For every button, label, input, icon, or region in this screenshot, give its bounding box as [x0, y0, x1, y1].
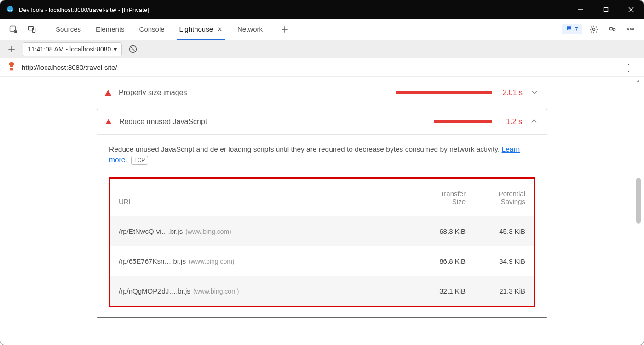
potential-savings: 34.9 KiB [474, 246, 534, 276]
app-icon [6, 5, 14, 15]
scrollbar[interactable]: ▴ [634, 77, 642, 345]
maximize-button[interactable] [593, 0, 618, 19]
clear-icon[interactable] [126, 42, 140, 57]
svg-point-10 [593, 28, 595, 30]
table-row[interactable]: /rp/65E767Ksn….br.js(www.bing.com) 86.8 … [110, 246, 534, 276]
lighthouse-icon [7, 61, 16, 74]
tab-label: Elements [96, 25, 125, 33]
svg-rect-21 [10, 67, 13, 68]
svg-point-11 [610, 27, 613, 30]
svg-rect-2 [604, 8, 608, 12]
tab-elements[interactable]: Elements [89, 19, 131, 40]
col-savings: PotentialSavings [474, 179, 534, 216]
svg-point-13 [627, 28, 629, 30]
savings-value: 2.01 s [500, 89, 523, 97]
caret-down-icon: ▾ [114, 45, 117, 53]
transfer-size: 68.3 KiB [414, 216, 474, 246]
potential-savings: 21.3 KiB [474, 276, 534, 306]
svg-point-0 [7, 6, 13, 12]
url-path: /rp/65E767Ksn….br.js [119, 257, 186, 265]
report-selector-label: 11:41:08 AM - localhost:8080 [28, 45, 111, 53]
more-icon[interactable] [622, 21, 639, 38]
audit-properly-size-images[interactable]: Properly size images 2.01 s [97, 80, 547, 105]
opportunity-table: URL TransferSize PotentialSavings /rp/Et… [110, 179, 534, 306]
issues-count-value: 7 [575, 26, 578, 33]
savings-bar [434, 120, 492, 123]
opportunity-table-highlight: URL TransferSize PotentialSavings /rp/Et… [109, 177, 535, 307]
add-tab-button[interactable] [276, 21, 293, 38]
feedback-icon[interactable] [604, 21, 621, 38]
potential-savings: 45.3 KiB [474, 216, 534, 246]
chat-icon [566, 25, 572, 33]
tab-label: Lighthouse [179, 25, 213, 33]
scroll-up-arrow[interactable]: ▴ [636, 78, 640, 82]
url-host: (www.bing.com) [185, 228, 231, 235]
report-urlbar: http://localhost:8080/travel-site/ ⋮ [0, 58, 644, 77]
tab-network[interactable]: Network [231, 19, 269, 40]
fail-triangle-icon [105, 90, 111, 96]
issues-counter[interactable]: 7 [562, 24, 582, 34]
settings-icon[interactable] [586, 21, 602, 38]
svg-line-19 [131, 46, 136, 52]
opportunity-tbody: /rp/EtNwcQ-vi….br.js(www.bing.com) 68.3 … [110, 216, 534, 306]
scroll-thumb[interactable] [636, 178, 641, 224]
report-selector[interactable]: 11:41:08 AM - localhost:8080 ▾ [23, 42, 122, 56]
table-row[interactable]: /rp/nQgMOPZdJ….br.js(www.bing.com) 32.1 … [110, 276, 534, 306]
url-host: (www.bing.com) [189, 258, 235, 265]
audit-title: Properly size images [119, 89, 388, 97]
close-button[interactable] [618, 0, 644, 19]
url-path: /rp/nQgMOPZdJ….br.js [119, 287, 190, 295]
report-url: http://localhost:8080/travel-site/ [22, 63, 117, 71]
transfer-size: 86.8 KiB [414, 246, 474, 276]
audit-description-text: Reduce unused JavaScript and defer loadi… [109, 145, 502, 153]
devtools-tabbar: Sources Elements Console Lighthouse ✕ Ne… [0, 19, 644, 40]
tab-label: Network [237, 25, 263, 33]
svg-point-12 [613, 28, 615, 31]
col-transfer: TransferSize [414, 179, 474, 216]
table-row[interactable]: /rp/EtNwcQ-vi….br.js(www.bing.com) 68.3 … [110, 216, 534, 246]
audit-header[interactable]: Reduce unused JavaScript 1.2 s [97, 109, 547, 134]
new-report-button[interactable] [4, 42, 19, 57]
chevron-down-icon [530, 88, 539, 98]
url-host: (www.bing.com) [193, 288, 239, 295]
report-menu-icon[interactable]: ⋮ [621, 59, 637, 76]
lighthouse-toolbar: 11:41:08 AM - localhost:8080 ▾ [0, 40, 644, 58]
url-path: /rp/EtNwcQ-vi….br.js [119, 227, 183, 235]
audit-description: Reduce unused JavaScript and defer loadi… [97, 134, 547, 172]
col-url: URL [110, 179, 414, 216]
lcp-tag: LCP [131, 156, 148, 165]
tab-console[interactable]: Console [133, 19, 171, 40]
svg-point-14 [630, 28, 632, 30]
savings-value: 1.2 s [499, 118, 522, 126]
audit-title: Reduce unused JavaScript [119, 118, 427, 126]
audit-reduce-unused-js: Reduce unused JavaScript 1.2 s Reduce un… [97, 109, 547, 318]
fail-triangle-icon [105, 119, 112, 124]
window-titlebar: DevTools - localhost:8080/travel-site/ -… [0, 0, 644, 19]
minimize-button[interactable] [568, 0, 593, 19]
tab-lighthouse[interactable]: Lighthouse ✕ [173, 19, 229, 40]
chevron-up-icon [529, 117, 539, 127]
tab-sources[interactable]: Sources [49, 19, 87, 40]
device-toggle-icon[interactable] [23, 21, 40, 38]
transfer-size: 32.1 KiB [414, 276, 474, 306]
svg-point-15 [633, 28, 634, 30]
window-title: DevTools - localhost:8080/travel-site/ -… [19, 6, 149, 13]
close-icon[interactable]: ✕ [217, 25, 223, 34]
tab-label: Sources [56, 25, 81, 33]
tab-label: Console [139, 25, 165, 33]
savings-bar [396, 91, 492, 94]
inspect-icon[interactable] [5, 21, 22, 38]
